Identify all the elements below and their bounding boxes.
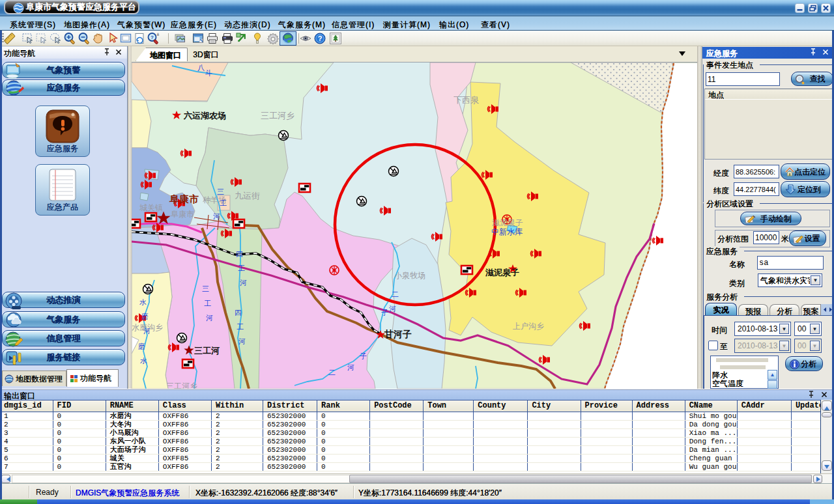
svg-text:上户沟乡: 上户沟乡 [513, 322, 544, 331]
svg-text:工: 工 [220, 199, 227, 207]
svg-text:二: 二 [392, 290, 399, 298]
svg-text:三工河乡: 三工河乡 [166, 382, 197, 389]
svg-text:城关镇: 城关镇 [139, 203, 163, 212]
svg-text:滋泥泉子: 滋泥泉子 [492, 218, 523, 227]
svg-text:河: 河 [238, 337, 246, 345]
svg-text:阜康市: 阜康市 [169, 193, 199, 204]
svg-text:水: 水 [140, 357, 147, 365]
svg-text:工: 工 [238, 264, 245, 272]
svg-text:磨: 磨 [141, 313, 149, 320]
svg-text:三工河: 三工河 [194, 346, 220, 356]
svg-text:工: 工 [237, 323, 244, 331]
svg-text:六运湖农场: 六运湖农场 [183, 111, 226, 120]
svg-text:斗: 斗 [205, 69, 212, 77]
svg-text:中新水库: 中新水库 [491, 227, 523, 236]
svg-text:河: 河 [389, 305, 396, 313]
svg-text:二: 二 [328, 369, 336, 376]
svg-text:±: ± [157, 32, 160, 36]
svg-text:小泉牧场: 小泉牧场 [394, 271, 425, 280]
svg-text:?: ? [151, 35, 154, 40]
svg-text:工: 工 [204, 300, 211, 307]
svg-text:子: 子 [381, 309, 388, 316]
svg-text:三工河乡: 三工河乡 [261, 111, 295, 120]
svg-text:河: 河 [206, 314, 213, 322]
svg-text:三: 三 [217, 188, 224, 195]
svg-text:河: 河 [240, 279, 247, 287]
svg-text:水: 水 [139, 298, 147, 306]
svg-text:四: 四 [235, 309, 242, 316]
svg-text:河: 河 [213, 212, 220, 220]
svg-text:下西泉: 下西泉 [453, 95, 479, 105]
svg-text:甘河子: 甘河子 [384, 329, 412, 339]
svg-text:河: 河 [143, 327, 151, 335]
svg-text:河: 河 [347, 363, 354, 371]
svg-text:子: 子 [360, 352, 367, 360]
svg-text:四: 四 [236, 250, 243, 258]
svg-text:?: ? [318, 35, 323, 42]
svg-text:九运街: 九运街 [235, 191, 260, 201]
svg-text:阜康市: 阜康市 [171, 210, 194, 219]
svg-text:八: 八 [197, 64, 205, 72]
svg-text:磨: 磨 [138, 343, 145, 350]
svg-text:滋泥泉子: 滋泥泉子 [485, 268, 519, 277]
svg-text:三: 三 [202, 285, 209, 292]
